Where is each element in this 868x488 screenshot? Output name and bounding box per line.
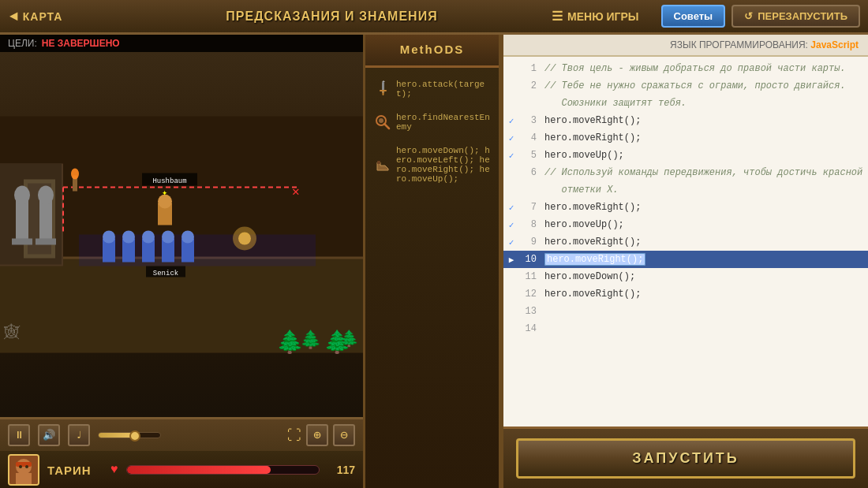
line-content: Союзники защитят тебя. — [541, 98, 868, 109]
character-bar: ТАРИН ♥ 117 — [0, 451, 363, 488]
menu-button[interactable]: ☰ МЕНЮ ИГРЫ — [537, 9, 653, 24]
code-panel: ЯЗЫК ПРОГРАММИРОВАНИЯ: JavaScript 1// Тв… — [501, 35, 868, 488]
health-value: 117 — [327, 464, 355, 476]
code-line-3[interactable]: ✓3hero.moveRight(); — [503, 112, 868, 129]
line-number: 3 — [519, 115, 541, 126]
volume-button[interactable]: 🔊 — [38, 424, 60, 446]
line-check: ▶ — [503, 255, 519, 265]
code-line-13[interactable]: 13 — [503, 303, 868, 320]
code-line-cont[interactable]: Союзники защитят тебя. — [503, 95, 868, 112]
svg-rect-56 — [377, 161, 380, 164]
sword-icon — [374, 80, 391, 98]
svg-point-47 — [19, 465, 22, 468]
code-line-10[interactable]: ▶10hero.moveRight(); — [503, 251, 868, 268]
svg-point-21 — [142, 231, 155, 244]
svg-rect-52 — [383, 91, 384, 95]
code-line-2[interactable]: 2// Тебе не нужно сражаться с ограми, пр… — [503, 77, 868, 95]
svg-point-23 — [162, 231, 174, 244]
pause-button[interactable]: ⏸ — [8, 424, 30, 446]
line-number: 14 — [519, 323, 541, 334]
method-item-find[interactable]: hero.findNearestEnemy — [370, 107, 494, 137]
line-check: ✓ — [503, 237, 519, 248]
code-line-7[interactable]: ✓7hero.moveRight(); — [503, 199, 868, 216]
restart-button[interactable]: ↺ ПЕРЕЗАПУСТИТЬ — [731, 5, 860, 28]
code-editor[interactable]: 1// Твоя цель - живым добраться до право… — [503, 57, 868, 427]
line-number: 7 — [519, 202, 541, 213]
lang-value: JavaScript — [810, 39, 859, 50]
svg-text:Hushbaum: Hushbaum — [152, 177, 186, 185]
line-check: ✓ — [503, 133, 519, 143]
svg-point-48 — [25, 465, 28, 468]
goals-label: ЦЕЛИ: — [8, 38, 37, 49]
code-line-8[interactable]: ✓8hero.moveUp(); — [503, 216, 868, 233]
top-bar: ◄ КАРТА ПРЕДСКАЗАНИЯ И ЗНАМЕНИЯ ☰ МЕНЮ И… — [0, 0, 868, 35]
method-attack-text: hero.attack(target); — [396, 80, 490, 99]
line-content: hero.moveRight(); — [541, 289, 868, 300]
code-line-cont[interactable]: отметки X. — [503, 181, 868, 199]
bottom-controls: ⏸ 🔊 ♩ ⛶ ⊕ ⊖ — [0, 417, 363, 488]
volume-knob — [129, 430, 140, 441]
code-line-6[interactable]: 6// Используй команды передвижения, чтоб… — [503, 164, 868, 181]
svg-text:✦: ✦ — [162, 188, 167, 199]
svg-point-17 — [103, 231, 115, 244]
line-number: 10 — [519, 254, 541, 265]
back-arrow-icon: ◄ — [9, 9, 18, 24]
method-item-attack[interactable]: hero.attack(target); — [370, 74, 494, 104]
advice-button[interactable]: Советы — [661, 5, 726, 28]
volume-slider-container[interactable] — [98, 432, 161, 438]
methods-header: MethODS — [365, 35, 499, 68]
line-number: 6 — [519, 167, 541, 178]
svg-rect-12 — [36, 239, 56, 245]
goals-bar: ЦЕЛИ: НЕ ЗАВЕРШЕНО — [0, 35, 363, 52]
line-check: ✓ — [503, 116, 519, 126]
health-icon: ♥ — [110, 463, 118, 477]
line-number: 8 — [519, 219, 541, 230]
music-button[interactable]: ♩ — [68, 424, 90, 446]
line-number: 1 — [519, 63, 541, 74]
zoom-controls: ⛶ ⊕ ⊖ — [287, 424, 355, 446]
svg-rect-9 — [12, 239, 32, 245]
run-button-container: ЗАПУСТИТЬ — [503, 427, 868, 488]
line-number: 2 — [519, 80, 541, 91]
line-check: ✓ — [503, 203, 519, 213]
line-number: 12 — [519, 289, 541, 300]
method-item-move[interactable]: hero.moveDown(); hero.moveLeft(); hero.m… — [370, 140, 494, 189]
code-line-14[interactable]: 14 — [503, 320, 868, 337]
code-line-5[interactable]: ✓5hero.moveUp(); — [503, 147, 868, 164]
goals-status: НЕ ЗАВЕРШЕНО — [42, 38, 120, 49]
zoom-in-button[interactable]: ⊕ — [306, 424, 328, 446]
magnify-icon — [374, 114, 391, 131]
line-content: // Твоя цель - живым добраться до правой… — [541, 63, 868, 74]
code-line-12[interactable]: 12hero.moveRight(); — [503, 285, 868, 303]
svg-text:🌲: 🌲 — [339, 329, 359, 348]
svg-marker-50 — [382, 80, 385, 82]
back-button[interactable]: ◄ КАРТА — [0, 9, 126, 24]
run-button[interactable]: ЗАПУСТИТЬ — [516, 438, 855, 479]
line-number: 11 — [519, 271, 541, 282]
line-number: 5 — [519, 150, 541, 161]
volume-slider[interactable] — [98, 432, 161, 438]
svg-text:✕: ✕ — [292, 185, 300, 199]
code-line-1[interactable]: 1// Твоя цель - живым добраться до право… — [503, 60, 868, 77]
line-content: hero.moveRight(); — [541, 132, 868, 143]
line-content: hero.moveRight(); — [541, 237, 868, 248]
boots-icon — [374, 156, 391, 173]
line-content: // Тебе не нужно сражаться с ограми, про… — [541, 80, 868, 91]
code-line-11[interactable]: 11hero.moveDown(); — [503, 268, 868, 285]
character-name: ТАРИН — [47, 464, 103, 477]
game-viewport: ✦ Hushbaum Senick ✕ 🕸 🌲 🌲 — [0, 52, 363, 417]
svg-point-8 — [14, 186, 30, 205]
code-line-9[interactable]: ✓9hero.moveRight(); — [503, 233, 868, 251]
line-content: hero.moveDown(); — [541, 271, 868, 282]
fullscreen-button[interactable]: ⛶ — [287, 427, 301, 444]
menu-label: МЕНЮ ИГРЫ — [567, 10, 638, 23]
svg-text:🕸: 🕸 — [4, 323, 21, 342]
method-find-text: hero.findNearestEnemy — [396, 113, 490, 132]
code-line-4[interactable]: ✓4hero.moveRight(); — [503, 129, 868, 147]
svg-point-11 — [38, 186, 54, 205]
svg-rect-46 — [16, 462, 32, 467]
methods-title: MethODS — [400, 43, 465, 56]
level-title: ПРЕДСКАЗАНИЯ И ЗНАМЕНИЯ — [126, 9, 537, 24]
svg-text:🌲: 🌲 — [300, 329, 322, 351]
zoom-out-button[interactable]: ⊖ — [333, 424, 355, 446]
